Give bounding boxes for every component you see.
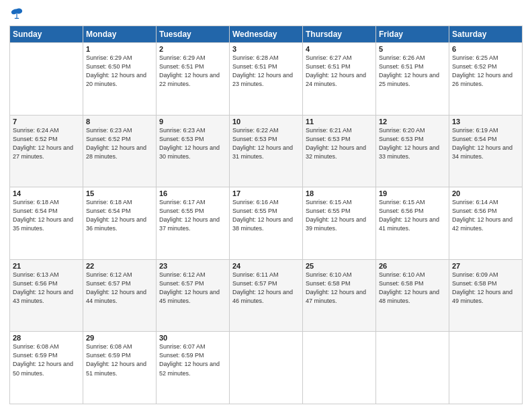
calendar-cell: 15Sunrise: 6:18 AMSunset: 6:54 PMDayligh… xyxy=(83,187,157,260)
day-info: Sunrise: 6:11 AMSunset: 6:57 PMDaylight:… xyxy=(232,271,300,306)
day-info: Sunrise: 6:08 AMSunset: 6:59 PMDaylight:… xyxy=(13,342,80,377)
calendar-cell: 9Sunrise: 6:23 AMSunset: 6:53 PMDaylight… xyxy=(157,115,230,187)
calendar-cell: 4Sunrise: 6:27 AMSunset: 6:51 PMDaylight… xyxy=(303,43,376,116)
calendar-table: SundayMondayTuesdayWednesdayThursdayFrid… xyxy=(9,26,523,404)
day-number: 19 xyxy=(379,189,446,197)
calendar-cell: 8Sunrise: 6:23 AMSunset: 6:52 PMDaylight… xyxy=(83,115,157,187)
day-number: 15 xyxy=(86,189,153,197)
calendar-cell: 22Sunrise: 6:12 AMSunset: 6:57 PMDayligh… xyxy=(83,259,157,332)
weekday-header-sunday: Sunday xyxy=(10,26,83,43)
day-info: Sunrise: 6:13 AMSunset: 6:56 PMDaylight:… xyxy=(13,271,80,306)
calendar-cell: 19Sunrise: 6:15 AMSunset: 6:56 PMDayligh… xyxy=(376,187,449,260)
day-info: Sunrise: 6:21 AMSunset: 6:53 PMDaylight:… xyxy=(306,126,373,161)
day-number: 24 xyxy=(232,262,300,270)
day-info: Sunrise: 6:25 AMSunset: 6:52 PMDaylight:… xyxy=(452,54,519,89)
day-number: 23 xyxy=(159,262,226,270)
calendar-cell: 5Sunrise: 6:26 AMSunset: 6:51 PMDaylight… xyxy=(376,43,449,116)
calendar-week-4: 21Sunrise: 6:13 AMSunset: 6:56 PMDayligh… xyxy=(10,259,523,332)
calendar-cell: 11Sunrise: 6:21 AMSunset: 6:53 PMDayligh… xyxy=(303,115,376,187)
day-info: Sunrise: 6:28 AMSunset: 6:51 PMDaylight:… xyxy=(232,54,300,89)
calendar-week-2: 7Sunrise: 6:24 AMSunset: 6:52 PMDaylight… xyxy=(10,115,523,187)
day-info: Sunrise: 6:15 AMSunset: 6:56 PMDaylight:… xyxy=(379,198,446,233)
day-info: Sunrise: 6:27 AMSunset: 6:51 PMDaylight:… xyxy=(306,54,373,89)
weekday-header-monday: Monday xyxy=(83,26,157,43)
calendar-cell: 25Sunrise: 6:10 AMSunset: 6:58 PMDayligh… xyxy=(303,259,376,332)
calendar-cell xyxy=(230,332,303,404)
day-number: 18 xyxy=(306,189,373,197)
day-number: 30 xyxy=(159,334,226,342)
day-number: 29 xyxy=(86,334,153,342)
day-number: 1 xyxy=(86,45,153,53)
day-info: Sunrise: 6:12 AMSunset: 6:57 PMDaylight:… xyxy=(86,271,153,306)
day-number: 2 xyxy=(159,45,226,53)
page-header xyxy=(9,7,523,21)
day-number: 4 xyxy=(306,45,373,53)
day-number: 14 xyxy=(13,189,80,197)
day-number: 9 xyxy=(159,118,226,126)
calendar-cell xyxy=(303,332,376,404)
day-number: 3 xyxy=(232,45,300,53)
calendar-cell: 30Sunrise: 6:07 AMSunset: 6:59 PMDayligh… xyxy=(157,332,230,404)
day-info: Sunrise: 6:22 AMSunset: 6:53 PMDaylight:… xyxy=(232,126,300,161)
day-number: 17 xyxy=(232,189,300,197)
day-info: Sunrise: 6:07 AMSunset: 6:59 PMDaylight:… xyxy=(159,342,226,377)
calendar-cell: 29Sunrise: 6:08 AMSunset: 6:59 PMDayligh… xyxy=(83,332,157,404)
day-info: Sunrise: 6:24 AMSunset: 6:52 PMDaylight:… xyxy=(13,126,80,161)
day-info: Sunrise: 6:10 AMSunset: 6:58 PMDaylight:… xyxy=(379,271,446,306)
day-info: Sunrise: 6:10 AMSunset: 6:58 PMDaylight:… xyxy=(306,271,373,306)
calendar-cell: 2Sunrise: 6:29 AMSunset: 6:51 PMDaylight… xyxy=(157,43,230,116)
calendar-cell: 10Sunrise: 6:22 AMSunset: 6:53 PMDayligh… xyxy=(230,115,303,187)
calendar-cell: 21Sunrise: 6:13 AMSunset: 6:56 PMDayligh… xyxy=(10,259,83,332)
calendar-cell: 14Sunrise: 6:18 AMSunset: 6:54 PMDayligh… xyxy=(10,187,83,260)
day-info: Sunrise: 6:18 AMSunset: 6:54 PMDaylight:… xyxy=(13,198,80,233)
weekday-header-wednesday: Wednesday xyxy=(230,26,303,43)
calendar-cell: 13Sunrise: 6:19 AMSunset: 6:54 PMDayligh… xyxy=(449,115,523,187)
calendar-cell: 18Sunrise: 6:15 AMSunset: 6:55 PMDayligh… xyxy=(303,187,376,260)
day-number: 11 xyxy=(306,118,373,126)
day-number: 21 xyxy=(13,262,80,270)
day-info: Sunrise: 6:29 AMSunset: 6:50 PMDaylight:… xyxy=(86,54,153,89)
calendar-cell: 16Sunrise: 6:17 AMSunset: 6:55 PMDayligh… xyxy=(157,187,230,260)
day-info: Sunrise: 6:26 AMSunset: 6:51 PMDaylight:… xyxy=(379,54,446,89)
calendar-cell: 20Sunrise: 6:14 AMSunset: 6:56 PMDayligh… xyxy=(449,187,523,260)
day-info: Sunrise: 6:09 AMSunset: 6:58 PMDaylight:… xyxy=(452,271,519,306)
calendar-cell xyxy=(376,332,449,404)
weekday-header-thursday: Thursday xyxy=(303,26,376,43)
calendar-week-1: 1Sunrise: 6:29 AMSunset: 6:50 PMDaylight… xyxy=(10,43,523,116)
weekday-header-row: SundayMondayTuesdayWednesdayThursdayFrid… xyxy=(10,26,523,43)
day-info: Sunrise: 6:29 AMSunset: 6:51 PMDaylight:… xyxy=(159,54,226,89)
day-number: 16 xyxy=(159,189,226,197)
day-number: 10 xyxy=(232,118,300,126)
calendar-cell: 26Sunrise: 6:10 AMSunset: 6:58 PMDayligh… xyxy=(376,259,449,332)
calendar-week-3: 14Sunrise: 6:18 AMSunset: 6:54 PMDayligh… xyxy=(10,187,523,260)
day-number: 28 xyxy=(13,334,80,342)
day-number: 26 xyxy=(379,262,446,270)
day-info: Sunrise: 6:17 AMSunset: 6:55 PMDaylight:… xyxy=(159,198,226,233)
day-number: 13 xyxy=(452,118,519,126)
day-number: 5 xyxy=(379,45,446,53)
day-number: 8 xyxy=(86,118,153,126)
weekday-header-saturday: Saturday xyxy=(449,26,523,43)
calendar-cell: 7Sunrise: 6:24 AMSunset: 6:52 PMDaylight… xyxy=(10,115,83,187)
day-info: Sunrise: 6:23 AMSunset: 6:52 PMDaylight:… xyxy=(86,126,153,161)
weekday-header-tuesday: Tuesday xyxy=(157,26,230,43)
day-number: 25 xyxy=(306,262,373,270)
day-info: Sunrise: 6:08 AMSunset: 6:59 PMDaylight:… xyxy=(86,342,153,377)
calendar-cell: 12Sunrise: 6:20 AMSunset: 6:53 PMDayligh… xyxy=(376,115,449,187)
day-info: Sunrise: 6:23 AMSunset: 6:53 PMDaylight:… xyxy=(159,126,226,161)
calendar-cell: 6Sunrise: 6:25 AMSunset: 6:52 PMDaylight… xyxy=(449,43,523,116)
calendar-week-5: 28Sunrise: 6:08 AMSunset: 6:59 PMDayligh… xyxy=(10,332,523,404)
day-info: Sunrise: 6:18 AMSunset: 6:54 PMDaylight:… xyxy=(86,198,153,233)
calendar-cell: 24Sunrise: 6:11 AMSunset: 6:57 PMDayligh… xyxy=(230,259,303,332)
day-info: Sunrise: 6:12 AMSunset: 6:57 PMDaylight:… xyxy=(159,271,226,306)
calendar-cell: 3Sunrise: 6:28 AMSunset: 6:51 PMDaylight… xyxy=(230,43,303,116)
day-info: Sunrise: 6:14 AMSunset: 6:56 PMDaylight:… xyxy=(452,198,519,233)
calendar-cell: 27Sunrise: 6:09 AMSunset: 6:58 PMDayligh… xyxy=(449,259,523,332)
calendar-cell xyxy=(449,332,523,404)
calendar-cell: 1Sunrise: 6:29 AMSunset: 6:50 PMDaylight… xyxy=(83,43,157,116)
day-info: Sunrise: 6:20 AMSunset: 6:53 PMDaylight:… xyxy=(379,126,446,161)
day-info: Sunrise: 6:19 AMSunset: 6:54 PMDaylight:… xyxy=(452,126,519,161)
day-info: Sunrise: 6:15 AMSunset: 6:55 PMDaylight:… xyxy=(306,198,373,233)
calendar-cell: 28Sunrise: 6:08 AMSunset: 6:59 PMDayligh… xyxy=(10,332,83,404)
day-number: 22 xyxy=(86,262,153,270)
